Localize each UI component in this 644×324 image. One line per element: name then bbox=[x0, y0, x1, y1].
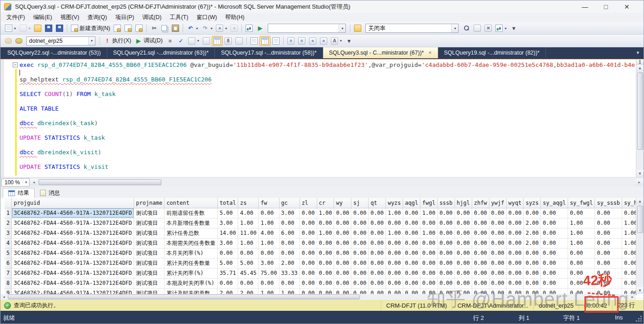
find-icon[interactable] bbox=[461, 23, 472, 33]
cell-wy[interactable]: 0.00 bbox=[334, 238, 351, 248]
column-header-wy[interactable]: wy bbox=[334, 198, 351, 208]
cell-qt[interactable]: 0.00 bbox=[369, 258, 386, 268]
cell-zs[interactable]: 0.00 bbox=[238, 248, 259, 258]
parse-icon[interactable]: ✓ bbox=[175, 36, 186, 46]
cell-sj[interactable]: 0.00 bbox=[351, 268, 369, 278]
properties-window-icon[interactable] bbox=[472, 23, 483, 33]
cell-hjgl[interactable]: 0.00 bbox=[454, 238, 472, 248]
navigate-backward-icon[interactable]: »▾ bbox=[214, 23, 229, 33]
menu-help[interactable]: 帮助(H) bbox=[221, 13, 249, 22]
cell-sy_fwgl[interactable]: 1.00 bbox=[568, 228, 595, 238]
tab-list-dropdown-icon[interactable]: ▼ bbox=[632, 51, 644, 55]
column-header-ywjf[interactable]: ywjf bbox=[489, 198, 506, 208]
row-header[interactable]: 4 bbox=[5, 238, 12, 248]
cell-zl[interactable]: 0.00 bbox=[300, 218, 317, 228]
cell-wy[interactable]: 0.00 bbox=[334, 278, 351, 288]
cell-zhfw[interactable]: 0.00 bbox=[472, 208, 489, 218]
cell-aqgl[interactable]: 0.00 bbox=[403, 258, 420, 268]
cell-content[interactable]: 本期需关闭任务数量 bbox=[165, 238, 218, 248]
cell-total[interactable]: 3.00 bbox=[218, 218, 238, 228]
code-fold-icon[interactable]: − bbox=[13, 62, 18, 67]
mdx-query-icon[interactable] bbox=[112, 23, 123, 33]
cell-content[interactable]: 本月新增任务数量 bbox=[165, 218, 218, 228]
cell-total[interactable]: 0.00 bbox=[218, 248, 238, 258]
column-header-wyqt[interactable]: wyqt bbox=[506, 198, 524, 208]
code-area[interactable]: exec rsp_d_0774ED74_82B4_4555_BB60_F1E5E… bbox=[20, 61, 635, 177]
tab-sqlquery22[interactable]: SQLQuery22.sql -...dministrator (53)) bbox=[1, 47, 107, 58]
cell-zhfw[interactable]: 0.00 bbox=[472, 258, 489, 268]
save-icon[interactable] bbox=[43, 23, 54, 33]
row-header[interactable]: 7 bbox=[5, 268, 12, 278]
cell-wy[interactable]: 0.00 bbox=[334, 248, 351, 258]
uncomment-lines-icon[interactable]: ≡ bbox=[296, 36, 307, 46]
results-to-file-icon[interactable] bbox=[270, 36, 281, 46]
scrollbar-thumb[interactable] bbox=[8, 294, 360, 299]
cell-total[interactable]: 3.00 bbox=[218, 238, 238, 248]
database-combo-dropdown-icon[interactable]: ▾ bbox=[88, 37, 95, 45]
cell-sy_aqgl[interactable]: 0.00 bbox=[541, 238, 568, 248]
column-header-sy_aqgl[interactable]: sy_aqgl bbox=[541, 198, 568, 208]
row-header[interactable]: 2 bbox=[5, 218, 12, 228]
cell-wyzs[interactable]: 0.00 bbox=[386, 248, 403, 258]
cell-ywjf[interactable]: 0.00 bbox=[489, 268, 506, 278]
cell-content[interactable]: 前期遗留任务数 bbox=[165, 208, 218, 218]
cell-wyqt[interactable]: 0.00 bbox=[506, 258, 524, 268]
navigate-forward-icon[interactable]: « bbox=[229, 23, 240, 33]
column-header-hjgl[interactable]: hjgl bbox=[454, 198, 472, 208]
comment-lines-icon[interactable]: ≡ bbox=[285, 36, 296, 46]
cell-content[interactable]: 本月关闭率(%) bbox=[165, 248, 218, 258]
column-header-cr[interactable]: cr bbox=[317, 198, 334, 208]
cell-projname[interactable]: 测试项目 bbox=[134, 208, 165, 218]
cell-fwgl[interactable]: 1.00 bbox=[420, 208, 437, 218]
cell-total[interactable]: 5.00 bbox=[218, 208, 238, 218]
cell-gc[interactable]: 0.00 bbox=[279, 218, 300, 228]
debug-button[interactable]: ▶调试(D) bbox=[133, 35, 165, 46]
scroll-right-icon[interactable]: ▸ bbox=[635, 179, 643, 186]
tab-results[interactable]: 结果 bbox=[3, 188, 35, 198]
cell-zs[interactable]: 1.00 bbox=[238, 218, 259, 228]
change-connection-icon[interactable] bbox=[14, 37, 24, 45]
cell-sy_sssb[interactable]: 0.00 bbox=[595, 248, 622, 258]
cell-projname[interactable]: 测试项目 bbox=[134, 238, 165, 248]
cell-zhfw[interactable]: 0.00 bbox=[472, 218, 489, 228]
increase-indent-icon[interactable]: » bbox=[318, 36, 329, 46]
cell-sj[interactable]: 0.00 bbox=[351, 238, 369, 248]
save-all-icon[interactable] bbox=[54, 23, 65, 33]
sort-icon[interactable]: A▾ bbox=[329, 36, 344, 46]
cell-gc[interactable]: 33.33 bbox=[279, 268, 300, 278]
cell-zs[interactable]: 45.45 bbox=[238, 268, 259, 278]
cell-sssb[interactable]: 0.00 bbox=[437, 218, 454, 228]
column-header-zl[interactable]: zl bbox=[300, 198, 317, 208]
cell-ywjf[interactable]: 0.00 bbox=[489, 248, 506, 258]
column-header-projname[interactable]: projname bbox=[134, 198, 165, 208]
cut-icon[interactable]: ✂ bbox=[149, 23, 160, 33]
cell-wyzs[interactable]: 0.00 bbox=[386, 268, 403, 278]
column-header-total[interactable]: total bbox=[218, 198, 238, 208]
cell-sssb[interactable]: 0.00 bbox=[437, 208, 454, 218]
cell-sy_fwgl[interactable]: 0.00 bbox=[568, 208, 595, 218]
cell-wyqt[interactable]: 0.00 bbox=[506, 208, 524, 218]
cell-syzs[interactable]: 0.00 bbox=[524, 258, 541, 268]
cell-projguid[interactable]: 3C468762-FDA4-4560-917A-1320712E4DFD bbox=[12, 258, 134, 268]
toolbar2-options-icon[interactable]: ▾ bbox=[344, 36, 354, 46]
cell-projguid[interactable]: 3C468762-FDA4-4560-917A-1320712E4DFD bbox=[12, 278, 134, 288]
cell-wyzs[interactable]: 0.00 bbox=[386, 218, 403, 228]
new-item-icon[interactable]: ▾ bbox=[18, 23, 32, 33]
cell-hjgl[interactable]: 0.00 bbox=[454, 258, 472, 268]
cell-wyqt[interactable]: 0.00 bbox=[506, 268, 524, 278]
client-statistics-icon[interactable]: 8 bbox=[223, 36, 234, 46]
cell-sy_sssb[interactable]: 0.00 bbox=[595, 218, 622, 228]
cell-content[interactable]: 累计关闭任务数量 bbox=[165, 258, 218, 268]
cell-qt[interactable]: 0.00 bbox=[369, 228, 386, 238]
decrease-indent-icon[interactable]: « bbox=[307, 36, 318, 46]
column-header-sy_sssb[interactable]: sy_sssb bbox=[595, 198, 622, 208]
cell-zhfw[interactable]: 0.00 bbox=[472, 238, 489, 248]
cell-sj[interactable]: 0.00 bbox=[351, 248, 369, 258]
cell-fwgl[interactable]: 0.00 bbox=[420, 258, 437, 268]
tab-sqlquery21[interactable]: SQLQuery21.sql -...dministrator (63))* bbox=[107, 47, 215, 58]
query-options-icon[interactable]: ▾ bbox=[186, 36, 201, 46]
column-header-projguid[interactable]: projguid bbox=[12, 198, 134, 208]
undo-icon[interactable]: ↶▾ bbox=[185, 23, 200, 33]
scrollbar-thumb[interactable] bbox=[637, 72, 643, 150]
menu-window[interactable]: 窗口(W) bbox=[192, 13, 221, 22]
